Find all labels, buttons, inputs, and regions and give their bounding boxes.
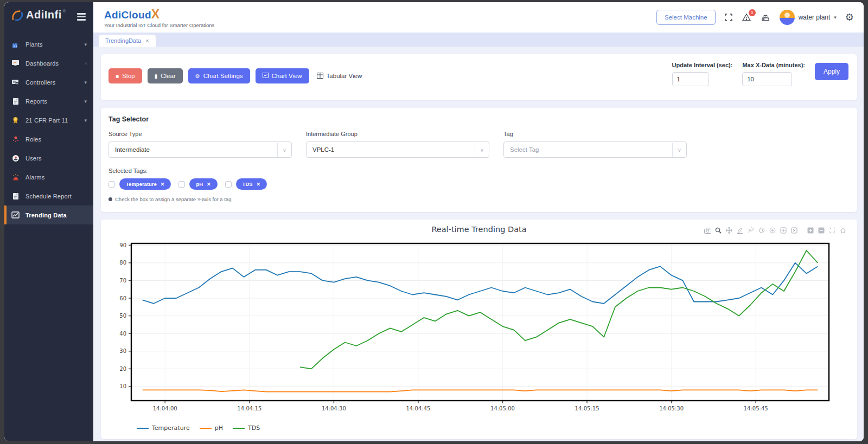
toolbar-card: ■Stop ▮Clear ⚙Chart Settings Chart View … xyxy=(101,54,857,100)
fullscreen-icon[interactable] xyxy=(724,13,733,22)
reports-icon xyxy=(11,97,20,105)
sidebar: AdiInfi ® Plants ▾ Dashboards ‹ Controll… xyxy=(4,2,93,441)
chevron-down-icon: ∨ xyxy=(475,143,489,157)
sidebar-item-alarms[interactable]: Alarms xyxy=(4,168,93,186)
zoom-icon[interactable] xyxy=(714,226,723,235)
stop-button[interactable]: ■Stop xyxy=(108,68,142,83)
device-icon[interactable] xyxy=(760,13,771,22)
erase-shape-icon[interactable] xyxy=(790,226,799,235)
svg-text:40: 40 xyxy=(119,331,126,337)
brand-title: AdiCloudX xyxy=(104,7,214,22)
tab-trending-data[interactable]: TrendingData × xyxy=(99,35,156,47)
svg-text:14:05:30: 14:05:30 xyxy=(659,406,684,411)
remove-tag-icon[interactable]: ✕ xyxy=(207,182,211,187)
sidebar-item-plants[interactable]: Plants ▾ xyxy=(4,35,93,54)
camera-icon[interactable] xyxy=(703,226,712,235)
chart-view-icon xyxy=(263,73,269,79)
toolbar-buttons: ■Stop ▮Clear ⚙Chart Settings Chart View … xyxy=(108,68,362,83)
tab-strip: TrendingData × xyxy=(93,33,864,47)
alerts-icon[interactable]: 0 xyxy=(742,13,751,22)
chevron-down-icon: ∨ xyxy=(277,143,291,157)
select-machine-button[interactable]: Select Machine xyxy=(656,10,716,25)
lasso-icon[interactable] xyxy=(746,226,755,235)
svg-text:80: 80 xyxy=(119,260,126,266)
dashboards-icon xyxy=(11,59,20,67)
adiinfi-logo-icon xyxy=(11,9,25,23)
tag-column: Tag Select Tag ∨ xyxy=(503,131,687,158)
sidebar-item-21-cfr-part-11[interactable]: 21 CFR Part 11 ▾ xyxy=(4,111,93,130)
reset-axes-home-icon[interactable] xyxy=(839,226,847,235)
sidebar-item-controllers[interactable]: Controllers ▾ xyxy=(4,73,93,92)
gear-icon[interactable]: ⚙ xyxy=(845,11,854,23)
adiinfi-logo[interactable]: AdiInfi ® xyxy=(11,9,66,23)
max-x-data-input[interactable] xyxy=(742,72,792,86)
update-interval-input[interactable] xyxy=(672,72,709,86)
separate-y-axis-checkbox[interactable] xyxy=(108,181,115,188)
draw-line-icon[interactable] xyxy=(736,226,744,235)
sidebar-item-reports[interactable]: Reports ▾ xyxy=(4,92,93,111)
source-type-select[interactable]: Intermediate ∨ xyxy=(108,141,292,158)
chevron-down-icon: ▾ xyxy=(84,80,87,85)
sidebar-item-users[interactable]: Users xyxy=(4,149,93,168)
source-type-value: Intermediate xyxy=(109,146,156,153)
tag-chip-group-temperature: Temperature✕ xyxy=(108,178,171,190)
header-controls: Select Machine 0 water plant ▾ ⚙ xyxy=(656,10,854,25)
zoom-in-icon[interactable] xyxy=(768,226,777,235)
plotly-modebar xyxy=(703,226,847,235)
autoscale-icon[interactable] xyxy=(828,226,837,235)
app-root: AdiInfi ® Plants ▾ Dashboards ‹ Controll… xyxy=(4,2,864,441)
user-menu[interactable]: water plant ▾ xyxy=(780,10,837,25)
window-frame: AdiInfi ® Plants ▾ Dashboards ‹ Controll… xyxy=(0,0,868,444)
sidebar-item-trending-data[interactable]: Trending Data xyxy=(4,205,93,224)
medal-icon xyxy=(11,116,20,124)
legend-item-ph[interactable]: pH xyxy=(200,424,223,432)
tag-placeholder: Select Tag xyxy=(504,146,545,153)
zoom-out-icon[interactable] xyxy=(779,226,788,235)
remove-tag-icon[interactable]: ✕ xyxy=(257,182,261,187)
chevron-down-icon: ▾ xyxy=(834,15,837,20)
tabular-view-button[interactable]: Tabular View xyxy=(317,73,362,80)
header: AdiCloudX Your Industrial IoT Cloud for … xyxy=(93,2,864,33)
plot-area[interactable]: 10203040506070809014:04:0014:04:1514:04:… xyxy=(108,239,850,417)
hamburger-menu-icon[interactable] xyxy=(77,11,86,21)
pan-icon[interactable] xyxy=(725,226,733,235)
svg-text:14:05:15: 14:05:15 xyxy=(575,406,599,411)
chart-settings-button[interactable]: ⚙Chart Settings xyxy=(188,68,250,83)
svg-text:14:04:30: 14:04:30 xyxy=(322,406,346,411)
tag-chip-temperature[interactable]: Temperature✕ xyxy=(119,178,171,190)
separate-y-axis-checkbox[interactable] xyxy=(225,181,232,188)
chart-card: Real-time Trending Data xyxy=(101,220,857,439)
legend-item-temperature[interactable]: Temperature xyxy=(137,424,190,432)
svg-text:14:05:00: 14:05:00 xyxy=(490,406,515,411)
tag-label: Tag xyxy=(503,131,687,137)
chevron-down-icon: ▾ xyxy=(84,99,87,104)
tag-chip-tds[interactable]: TDS✕ xyxy=(236,178,267,190)
selected-tags-label: Selected Tags: xyxy=(108,168,848,174)
controllers-icon xyxy=(11,78,20,86)
svg-text:10: 10 xyxy=(119,383,126,389)
svg-text:60: 60 xyxy=(119,295,126,301)
draw-circle-icon[interactable] xyxy=(757,226,766,235)
legend-item-tds[interactable]: TDS xyxy=(233,424,260,432)
sidebar-item-dashboards[interactable]: Dashboards ‹ xyxy=(4,54,93,73)
legend-swatch xyxy=(200,428,212,429)
zoom-out-filled-icon[interactable] xyxy=(817,226,826,235)
tag-select[interactable]: Select Tag ∨ xyxy=(503,141,687,158)
tab-close-icon[interactable]: × xyxy=(145,37,149,44)
legend-swatch xyxy=(233,428,245,429)
main-area: AdiCloudX Your Industrial IoT Cloud for … xyxy=(93,2,864,441)
zoom-in-filled-icon[interactable] xyxy=(806,226,815,235)
chart-legend: Temperature pH TDS xyxy=(108,417,850,433)
apply-button[interactable]: Apply xyxy=(815,63,848,80)
sidebar-item-roles[interactable]: Roles xyxy=(4,130,93,149)
tag-chip-ph[interactable]: pH✕ xyxy=(189,178,217,190)
sidebar-item-schedule-report[interactable]: Schedule Report xyxy=(4,186,93,205)
chart-view-button[interactable]: Chart View xyxy=(256,68,309,83)
intermediate-group-select[interactable]: VPLC-1 ∨ xyxy=(306,141,489,158)
intermediate-group-value: VPLC-1 xyxy=(307,146,340,153)
separate-y-axis-checkbox[interactable] xyxy=(178,181,185,188)
roles-icon xyxy=(11,135,20,143)
remove-tag-icon[interactable]: ✕ xyxy=(161,182,165,187)
plants-icon xyxy=(11,40,20,48)
clear-button[interactable]: ▮Clear xyxy=(148,68,183,83)
